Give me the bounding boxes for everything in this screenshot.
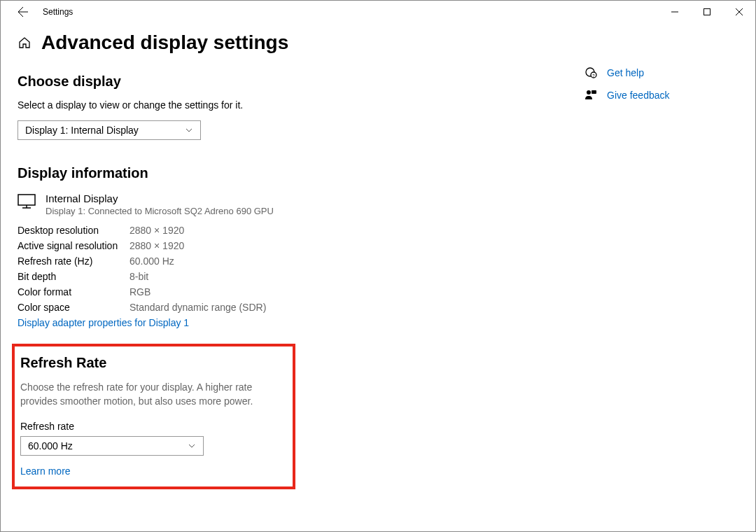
feedback-icon: [584, 89, 598, 102]
back-button[interactable]: [9, 1, 37, 23]
info-label: Desktop resolution: [18, 225, 130, 236]
choose-display-heading: Choose display: [18, 74, 556, 90]
refresh-rate-highlight: Refresh Rate Choose the refresh rate for…: [12, 344, 295, 489]
info-label: Bit depth: [18, 271, 130, 282]
info-label: Color space: [18, 302, 130, 313]
close-icon: [736, 8, 743, 15]
help-icon: ?: [584, 66, 598, 79]
display-header: Internal Display Display 1: Connected to…: [18, 192, 556, 216]
page-header: Advanced display settings: [18, 31, 556, 54]
titlebar: Settings: [1, 1, 755, 23]
info-row: Color format RGB: [18, 286, 556, 298]
info-row: Bit depth 8-bit: [18, 271, 556, 282]
home-icon[interactable]: [18, 36, 31, 50]
maximize-button[interactable]: [691, 1, 723, 23]
get-help-link[interactable]: ? Get help: [584, 66, 738, 79]
svg-point-10: [587, 90, 591, 94]
get-help-label: Get help: [607, 67, 644, 78]
info-value: 2880 × 1920: [130, 225, 184, 236]
svg-rect-1: [704, 9, 710, 15]
give-feedback-label: Give feedback: [607, 90, 670, 101]
info-value: Standard dynamic range (SDR): [130, 302, 266, 313]
give-feedback-link[interactable]: Give feedback: [584, 89, 738, 102]
window-title: Settings: [37, 7, 73, 17]
refresh-rate-dropdown[interactable]: 60.000 Hz: [20, 436, 204, 456]
info-value: 60.000 Hz: [130, 255, 174, 267]
monitor-icon: [18, 194, 36, 216]
back-arrow-icon: [18, 6, 29, 18]
display-selector-dropdown[interactable]: Display 1: Internal Display: [18, 120, 201, 140]
info-row: Refresh rate (Hz) 60.000 Hz: [18, 255, 556, 267]
chevron-down-icon: [188, 442, 196, 450]
info-row: Desktop resolution 2880 × 1920: [18, 225, 556, 236]
info-row: Color space Standard dynamic range (SDR): [18, 302, 556, 313]
learn-more-link[interactable]: Learn more: [20, 465, 71, 477]
info-value: 2880 × 1920: [130, 240, 184, 251]
info-row: Active signal resolution 2880 × 1920: [18, 240, 556, 251]
refresh-rate-label: Refresh rate: [20, 421, 287, 432]
display-info-heading: Display information: [18, 165, 556, 181]
refresh-rate-heading: Refresh Rate: [20, 355, 287, 371]
display-selector-value: Display 1: Internal Display: [25, 125, 139, 136]
minimize-button[interactable]: [659, 1, 691, 23]
minimize-icon: [671, 8, 678, 15]
maximize-icon: [704, 8, 710, 15]
refresh-rate-value: 60.000 Hz: [28, 440, 73, 451]
display-name: Internal Display: [46, 192, 274, 204]
choose-display-desc: Select a display to view or change the s…: [18, 99, 556, 111]
info-label: Color format: [18, 286, 130, 298]
adapter-properties-link[interactable]: Display adapter properties for Display 1: [18, 317, 189, 328]
refresh-rate-desc: Choose the refresh rate for your display…: [20, 381, 287, 408]
info-value: 8-bit: [130, 271, 148, 282]
svg-rect-11: [592, 90, 596, 94]
info-label: Refresh rate (Hz): [18, 255, 130, 267]
info-label: Active signal resolution: [18, 240, 130, 251]
window-controls: [659, 1, 755, 23]
info-value: RGB: [130, 286, 150, 298]
display-subtitle: Display 1: Connected to Microsoft SQ2 Ad…: [46, 206, 274, 216]
svg-rect-4: [18, 195, 35, 205]
page-title: Advanced display settings: [41, 31, 288, 54]
chevron-down-icon: [185, 126, 193, 134]
close-button[interactable]: [723, 1, 755, 23]
